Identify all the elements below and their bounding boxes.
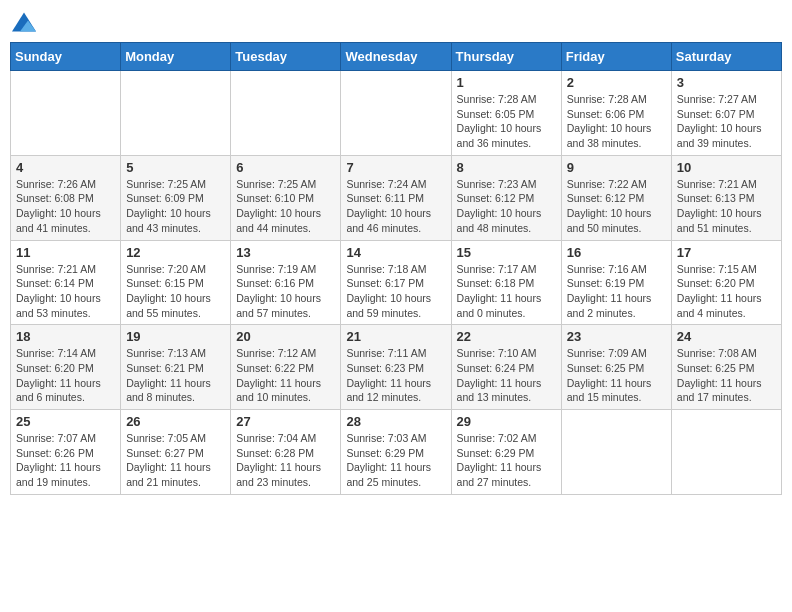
calendar-cell [341,71,451,156]
calendar-cell: 1Sunrise: 7:28 AM Sunset: 6:05 PM Daylig… [451,71,561,156]
calendar-cell: 26Sunrise: 7:05 AM Sunset: 6:27 PM Dayli… [121,410,231,495]
calendar-cell: 23Sunrise: 7:09 AM Sunset: 6:25 PM Dayli… [561,325,671,410]
calendar-header-row: SundayMondayTuesdayWednesdayThursdayFrid… [11,43,782,71]
day-info: Sunrise: 7:15 AM Sunset: 6:20 PM Dayligh… [677,262,776,321]
day-number: 14 [346,245,445,260]
calendar-cell: 8Sunrise: 7:23 AM Sunset: 6:12 PM Daylig… [451,155,561,240]
day-number: 3 [677,75,776,90]
calendar-cell: 24Sunrise: 7:08 AM Sunset: 6:25 PM Dayli… [671,325,781,410]
calendar-cell: 7Sunrise: 7:24 AM Sunset: 6:11 PM Daylig… [341,155,451,240]
calendar-cell: 2Sunrise: 7:28 AM Sunset: 6:06 PM Daylig… [561,71,671,156]
day-number: 11 [16,245,115,260]
day-info: Sunrise: 7:28 AM Sunset: 6:05 PM Dayligh… [457,92,556,151]
day-info: Sunrise: 7:21 AM Sunset: 6:13 PM Dayligh… [677,177,776,236]
day-number: 2 [567,75,666,90]
day-number: 21 [346,329,445,344]
calendar-cell [11,71,121,156]
day-info: Sunrise: 7:26 AM Sunset: 6:08 PM Dayligh… [16,177,115,236]
logo [10,10,36,34]
day-number: 17 [677,245,776,260]
calendar-cell: 10Sunrise: 7:21 AM Sunset: 6:13 PM Dayli… [671,155,781,240]
col-header-friday: Friday [561,43,671,71]
day-number: 9 [567,160,666,175]
calendar-cell: 12Sunrise: 7:20 AM Sunset: 6:15 PM Dayli… [121,240,231,325]
day-number: 20 [236,329,335,344]
day-info: Sunrise: 7:16 AM Sunset: 6:19 PM Dayligh… [567,262,666,321]
day-info: Sunrise: 7:09 AM Sunset: 6:25 PM Dayligh… [567,346,666,405]
calendar-cell: 29Sunrise: 7:02 AM Sunset: 6:29 PM Dayli… [451,410,561,495]
day-info: Sunrise: 7:11 AM Sunset: 6:23 PM Dayligh… [346,346,445,405]
calendar-week-row: 11Sunrise: 7:21 AM Sunset: 6:14 PM Dayli… [11,240,782,325]
day-number: 18 [16,329,115,344]
day-number: 25 [16,414,115,429]
calendar-cell: 4Sunrise: 7:26 AM Sunset: 6:08 PM Daylig… [11,155,121,240]
day-number: 19 [126,329,225,344]
day-number: 7 [346,160,445,175]
day-number: 8 [457,160,556,175]
col-header-thursday: Thursday [451,43,561,71]
day-info: Sunrise: 7:05 AM Sunset: 6:27 PM Dayligh… [126,431,225,490]
day-number: 23 [567,329,666,344]
day-info: Sunrise: 7:10 AM Sunset: 6:24 PM Dayligh… [457,346,556,405]
col-header-wednesday: Wednesday [341,43,451,71]
calendar-cell: 18Sunrise: 7:14 AM Sunset: 6:20 PM Dayli… [11,325,121,410]
col-header-monday: Monday [121,43,231,71]
calendar-cell: 15Sunrise: 7:17 AM Sunset: 6:18 PM Dayli… [451,240,561,325]
day-info: Sunrise: 7:18 AM Sunset: 6:17 PM Dayligh… [346,262,445,321]
col-header-tuesday: Tuesday [231,43,341,71]
day-info: Sunrise: 7:28 AM Sunset: 6:06 PM Dayligh… [567,92,666,151]
calendar-cell: 20Sunrise: 7:12 AM Sunset: 6:22 PM Dayli… [231,325,341,410]
day-number: 4 [16,160,115,175]
col-header-sunday: Sunday [11,43,121,71]
calendar-week-row: 18Sunrise: 7:14 AM Sunset: 6:20 PM Dayli… [11,325,782,410]
calendar-cell: 21Sunrise: 7:11 AM Sunset: 6:23 PM Dayli… [341,325,451,410]
calendar-cell: 14Sunrise: 7:18 AM Sunset: 6:17 PM Dayli… [341,240,451,325]
calendar-cell [671,410,781,495]
day-info: Sunrise: 7:24 AM Sunset: 6:11 PM Dayligh… [346,177,445,236]
day-info: Sunrise: 7:20 AM Sunset: 6:15 PM Dayligh… [126,262,225,321]
calendar-week-row: 4Sunrise: 7:26 AM Sunset: 6:08 PM Daylig… [11,155,782,240]
day-number: 24 [677,329,776,344]
calendar-cell: 25Sunrise: 7:07 AM Sunset: 6:26 PM Dayli… [11,410,121,495]
col-header-saturday: Saturday [671,43,781,71]
calendar-cell: 22Sunrise: 7:10 AM Sunset: 6:24 PM Dayli… [451,325,561,410]
calendar-cell [231,71,341,156]
calendar-cell: 11Sunrise: 7:21 AM Sunset: 6:14 PM Dayli… [11,240,121,325]
calendar-cell [561,410,671,495]
day-number: 26 [126,414,225,429]
day-number: 22 [457,329,556,344]
calendar-cell: 6Sunrise: 7:25 AM Sunset: 6:10 PM Daylig… [231,155,341,240]
day-info: Sunrise: 7:13 AM Sunset: 6:21 PM Dayligh… [126,346,225,405]
calendar-cell: 13Sunrise: 7:19 AM Sunset: 6:16 PM Dayli… [231,240,341,325]
day-info: Sunrise: 7:08 AM Sunset: 6:25 PM Dayligh… [677,346,776,405]
day-number: 5 [126,160,225,175]
day-number: 12 [126,245,225,260]
day-info: Sunrise: 7:03 AM Sunset: 6:29 PM Dayligh… [346,431,445,490]
day-info: Sunrise: 7:21 AM Sunset: 6:14 PM Dayligh… [16,262,115,321]
day-number: 16 [567,245,666,260]
calendar-cell: 3Sunrise: 7:27 AM Sunset: 6:07 PM Daylig… [671,71,781,156]
day-number: 13 [236,245,335,260]
day-info: Sunrise: 7:02 AM Sunset: 6:29 PM Dayligh… [457,431,556,490]
day-number: 15 [457,245,556,260]
day-info: Sunrise: 7:12 AM Sunset: 6:22 PM Dayligh… [236,346,335,405]
calendar-table: SundayMondayTuesdayWednesdayThursdayFrid… [10,42,782,495]
day-number: 1 [457,75,556,90]
day-info: Sunrise: 7:27 AM Sunset: 6:07 PM Dayligh… [677,92,776,151]
day-info: Sunrise: 7:22 AM Sunset: 6:12 PM Dayligh… [567,177,666,236]
day-info: Sunrise: 7:25 AM Sunset: 6:09 PM Dayligh… [126,177,225,236]
header [10,10,782,34]
day-number: 29 [457,414,556,429]
day-info: Sunrise: 7:07 AM Sunset: 6:26 PM Dayligh… [16,431,115,490]
calendar-cell: 9Sunrise: 7:22 AM Sunset: 6:12 PM Daylig… [561,155,671,240]
day-number: 10 [677,160,776,175]
day-info: Sunrise: 7:17 AM Sunset: 6:18 PM Dayligh… [457,262,556,321]
day-info: Sunrise: 7:23 AM Sunset: 6:12 PM Dayligh… [457,177,556,236]
day-number: 28 [346,414,445,429]
day-info: Sunrise: 7:19 AM Sunset: 6:16 PM Dayligh… [236,262,335,321]
calendar-week-row: 1Sunrise: 7:28 AM Sunset: 6:05 PM Daylig… [11,71,782,156]
calendar-cell: 5Sunrise: 7:25 AM Sunset: 6:09 PM Daylig… [121,155,231,240]
logo-icon [12,10,36,34]
calendar-week-row: 25Sunrise: 7:07 AM Sunset: 6:26 PM Dayli… [11,410,782,495]
calendar-cell: 17Sunrise: 7:15 AM Sunset: 6:20 PM Dayli… [671,240,781,325]
